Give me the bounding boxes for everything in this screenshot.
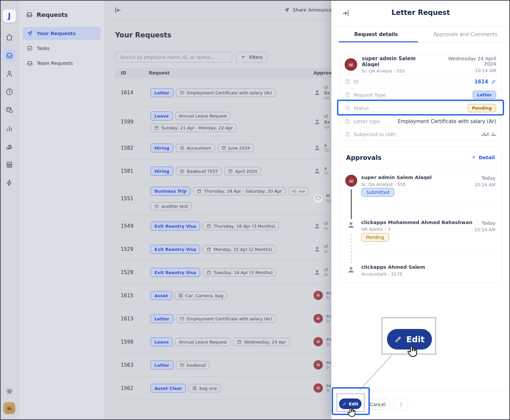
request-chip: Employment Certificate with salary (Ar) [176, 88, 276, 97]
request-chips: LetterEmployment Certificate with salary… [150, 88, 313, 97]
field-label: Subjected to (AR) [354, 132, 396, 137]
approver-text: HR [324, 96, 330, 101]
tab-request-details[interactable]: Request details [331, 26, 421, 42]
approver-avatar [345, 175, 357, 187]
approver-text: Ba [324, 119, 330, 125]
request-chips: Business TripThursday, 18 Apr - Saturday… [150, 187, 313, 210]
approver-avatar [314, 291, 323, 300]
bolt-icon [5, 179, 14, 187]
nav-list: Your Requests Tasks Team Requests [19, 27, 105, 70]
nav-item-tasks[interactable]: Tasks [22, 42, 101, 55]
approval-date: Today [474, 220, 495, 226]
send-icon [284, 7, 290, 13]
field-label: Status [354, 106, 369, 111]
nav-item-your-requests[interactable]: Your Requests [22, 27, 101, 40]
rail-item-chart[interactable] [3, 121, 16, 135]
nav-title: Requests [37, 11, 68, 18]
calendar-icon [206, 223, 211, 228]
request-details-card: super admin Salem Alaqel Sr. QA Analyst … [339, 54, 502, 141]
approver-cell: suSr [314, 313, 331, 324]
nav-header: Requests [19, 0, 105, 18]
filters-button[interactable]: Filters [236, 52, 267, 63]
envelope-icon [180, 362, 185, 367]
timeline-line-solid [351, 189, 352, 219]
pencil-icon [342, 402, 347, 406]
rail-item-home[interactable] [3, 30, 16, 44]
approver-avatar [314, 314, 323, 323]
person-icon [314, 118, 321, 125]
rail-item-inbox[interactable] [3, 49, 16, 62]
rail-item-benefits[interactable] [3, 140, 16, 153]
request-type-badge: Asset [150, 291, 172, 300]
nav-item-team-requests[interactable]: Team Requests [22, 57, 101, 70]
person-icon [314, 222, 321, 230]
request-chip: April 2024 [224, 167, 261, 175]
clipboard-icon [345, 79, 350, 84]
approver-text: su [326, 290, 331, 296]
collapse-sidebar-icon[interactable] [114, 6, 122, 14]
rail-item-bolt[interactable] [3, 176, 16, 189]
approval-time: 10:14 AM [474, 227, 495, 232]
request-type-badge: Business Trip [150, 187, 191, 196]
approver-cell: MSa [314, 193, 331, 204]
request-chip: Monday, 15 Apr (2 Months) [203, 245, 276, 253]
send-icon [26, 30, 33, 37]
link-icon[interactable] [491, 79, 496, 84]
list-icon [192, 386, 197, 391]
close-drawer-icon[interactable] [341, 9, 350, 18]
request-chip: Wednesday, 24 Apr [233, 338, 290, 346]
search-input[interactable] [115, 52, 232, 63]
rail-item-user[interactable] [3, 67, 16, 80]
calendar-icon [206, 270, 211, 275]
approval-status-badge: Pending [361, 233, 389, 242]
app-logo[interactable]: J [3, 9, 16, 23]
request-chip: Employment Certificate with salary (Ar) [176, 314, 276, 323]
drawer-title: Letter Request [331, 0, 510, 17]
nav-item-label: Tasks [37, 46, 50, 51]
approver-text: 55 [324, 148, 329, 154]
kebab-menu-icon [398, 401, 404, 408]
home-icon [5, 33, 14, 41]
settings-button[interactable] [3, 385, 16, 398]
edit-label: Edit [349, 401, 359, 406]
request-chip: Thursday, 18 Apr - Saturday, 20 Apr [193, 187, 285, 195]
rail-items [3, 30, 16, 189]
requester-role: Sr. QA Analyst - 555 [362, 69, 432, 73]
tab-approvals-comments[interactable]: Approvals and Comments [421, 26, 510, 42]
request-chip: Annual Leave Request [175, 112, 231, 120]
requester-avatar [345, 58, 357, 71]
approver-text: su [326, 383, 331, 389]
history-icon [345, 105, 350, 111]
cancel-button[interactable]: Cancel [365, 399, 391, 410]
request-id: 1598 [121, 339, 133, 345]
request-chips: HiringBaaboud TESTApril 2024 [150, 166, 313, 175]
request-type-badge: Hiring [150, 166, 173, 175]
approver-text: Ba [324, 90, 330, 96]
filter-icon [240, 54, 246, 60]
user-avatar[interactable] [3, 402, 15, 414]
subjected-to-value: بنك البلاد [481, 132, 496, 137]
rail-item-store[interactable] [3, 158, 16, 171]
rail-item-payroll[interactable] [3, 103, 16, 117]
approvals-title: Approvals [346, 154, 381, 161]
briefcase-icon [180, 168, 185, 173]
nav-item-label: Team Requests [37, 61, 73, 66]
person-icon [314, 144, 321, 152]
approver-avatar [314, 194, 323, 203]
more-options-button[interactable] [394, 398, 408, 411]
approver-text: su [326, 313, 331, 319]
envelope-icon [180, 90, 185, 95]
approver-text: cl [324, 84, 330, 90]
requester-name: super admin Salem Alaqel [362, 56, 432, 68]
approver-cell: clAc [314, 244, 329, 255]
approver-text: cl [324, 244, 329, 250]
request-chips: AssetCar, Camera, bag [150, 291, 313, 300]
edit-button[interactable]: Edit [339, 398, 361, 409]
approver-text: a [324, 142, 329, 148]
approvals-detail-link[interactable]: Detail [471, 155, 495, 160]
request-id-link[interactable]: 1614 [474, 79, 488, 85]
approver-cell: a55 [314, 142, 329, 153]
request-type-badge: Letter [150, 360, 173, 369]
rail-item-clock[interactable] [3, 85, 16, 98]
status-badge: Pending [468, 104, 496, 112]
